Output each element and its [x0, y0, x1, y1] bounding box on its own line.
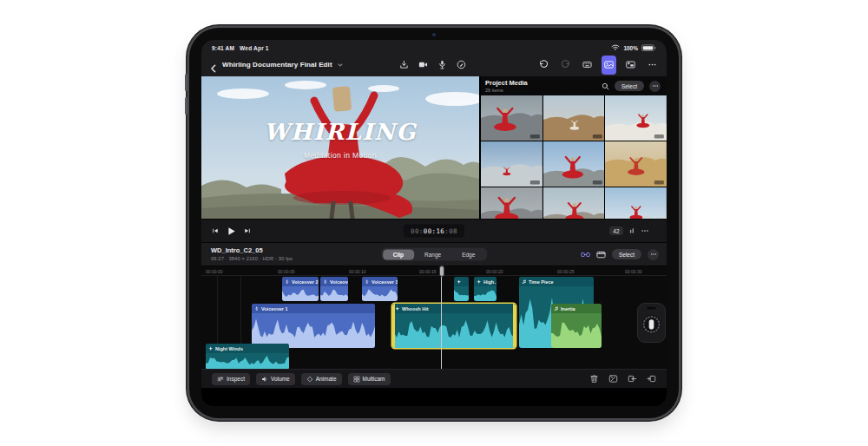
play-button[interactable]	[227, 226, 236, 236]
ruler-tick: 00:00:25	[557, 269, 574, 274]
overwrite-icon[interactable]	[628, 374, 637, 384]
trash-icon[interactable]	[589, 374, 599, 384]
clip-metadata: 06:27 · 3840 × 2160 · HDR · 30 fps	[211, 256, 293, 261]
multicam-button[interactable]: Multicam	[348, 373, 391, 385]
blade-icon[interactable]	[608, 374, 618, 384]
zoom-level-badge[interactable]: 42	[609, 226, 623, 235]
media-thumbnail[interactable]	[481, 141, 542, 187]
timecode-display: 00:00:16:08	[404, 225, 464, 238]
tool-button-label: Volume	[271, 376, 290, 382]
timeline-clip[interactable]: Night Winds	[206, 344, 289, 370]
media-thumbnail[interactable]	[543, 187, 605, 219]
mic-icon	[254, 306, 260, 312]
media-select-button[interactable]: Select	[615, 81, 644, 91]
timeline-header: WD_Intro_C2_05 06:27 · 3840 × 2160 · HDR…	[201, 242, 667, 266]
camera-icon[interactable]	[418, 60, 428, 69]
top-chrome: 9:41 AM Wed Apr 1 100% Whirling Document…	[201, 40, 667, 76]
app-toolbar: Whirling Documentary Final Edit	[201, 53, 667, 76]
fx-icon	[208, 346, 214, 351]
note-icon	[554, 306, 559, 312]
undo-icon	[539, 60, 549, 69]
more-button[interactable]	[645, 56, 660, 75]
append-icon[interactable]	[647, 374, 656, 384]
keyboard-button[interactable]	[580, 56, 595, 75]
status-bar: 9:41 AM Wed Apr 1 100%	[201, 40, 667, 53]
media-more-button[interactable]	[649, 81, 661, 92]
media-thumbnail[interactable]	[481, 187, 542, 219]
timeline[interactable]: 00:00:0000:00:0500:00:1000:00:1500:00:20…	[201, 266, 667, 369]
video-title-overlay: WHIRLING	[201, 119, 479, 145]
project-title[interactable]: Whirling Documentary Final Edit	[222, 61, 332, 69]
more-icon	[650, 251, 657, 258]
skip-to-start-button[interactable]	[212, 227, 219, 234]
media-panel-title: Project Media	[485, 79, 528, 87]
inspect-button[interactable]: Inspect	[212, 373, 250, 385]
viewer-more-button[interactable]	[641, 226, 649, 235]
microphone-icon[interactable]	[437, 60, 447, 69]
media-thumbnail[interactable]	[605, 187, 667, 219]
timeline-clip[interactable]: Voiceover 2	[282, 277, 319, 301]
mode-clip[interactable]: Clip	[383, 249, 414, 259]
clapperboard-icon[interactable]	[596, 250, 606, 259]
mic-icon	[285, 279, 290, 285]
timeline-more-button[interactable]	[648, 249, 659, 260]
redo-icon	[561, 60, 570, 69]
timeline-clip[interactable]: Whoosh Hit	[392, 304, 516, 348]
media-grid	[481, 95, 667, 219]
picture-in-picture-button[interactable]	[623, 56, 638, 75]
timeline-clip[interactable]: High…	[474, 277, 496, 301]
battery-percent: 100%	[623, 45, 638, 51]
ruler-tick: 00:00:20	[486, 269, 503, 274]
ellipsis-icon	[652, 82, 659, 89]
media-panel-header: Project Media 26 items Select	[481, 76, 667, 95]
ruler-tick: 00:00:15	[419, 269, 436, 274]
timeline-clip[interactable]: Voiceover 1	[252, 304, 375, 348]
fx-icon	[477, 279, 482, 285]
pencil-icon[interactable]	[457, 60, 466, 69]
media-thumbnail[interactable]	[605, 95, 667, 141]
clip-name: Voiceover 1	[261, 306, 287, 312]
back-icon[interactable]	[209, 61, 218, 69]
mic-icon	[323, 279, 328, 285]
import-icon[interactable]	[399, 60, 409, 69]
tools-icon[interactable]	[581, 250, 590, 259]
fx-icon	[395, 306, 400, 312]
search-icon[interactable]	[602, 82, 609, 90]
mode-range[interactable]: Range	[414, 249, 451, 259]
timeline-clip[interactable]	[454, 277, 469, 301]
clip-name: Inertia	[561, 306, 575, 312]
chevron-down-icon[interactable]	[337, 62, 344, 69]
mic-icon	[365, 279, 370, 285]
media-browser-icon	[604, 60, 614, 69]
media-panel: Project Media 26 items Select	[481, 76, 667, 219]
audio-meters-icon[interactable]	[628, 227, 635, 234]
playhead[interactable]	[441, 267, 442, 369]
timeline-clip[interactable]: Voiceover 3	[362, 277, 398, 301]
screen: 9:41 AM Wed Apr 1 100% Whirling Document…	[201, 40, 667, 406]
media-browser-button[interactable]	[602, 56, 616, 75]
clip-name: High…	[483, 279, 496, 285]
media-thumbnail[interactable]	[543, 141, 605, 187]
timeline-clip[interactable]: Inertia	[551, 304, 602, 348]
transport-bar: 00:00:16:08 42	[201, 219, 667, 242]
clip-name: Time Piece	[529, 279, 554, 285]
volume-button[interactable]: Volume	[256, 373, 295, 385]
timeline-tracks[interactable]: Voiceover 2Voiceover 3Voiceover 3High…Ti…	[201, 276, 667, 369]
media-thumbnail[interactable]	[605, 141, 667, 187]
undo-button[interactable]	[536, 56, 551, 75]
more-icon	[648, 60, 657, 69]
playhead-handle[interactable]	[439, 266, 444, 277]
redo-button[interactable]	[558, 56, 573, 75]
front-camera	[432, 33, 436, 36]
skip-to-end-button[interactable]	[244, 227, 251, 234]
timeline-ruler[interactable]: 00:00:0000:00:0500:00:1000:00:1500:00:20…	[201, 266, 667, 276]
jog-wheel[interactable]	[637, 303, 666, 343]
timeline-clip[interactable]: Voiceover 3	[320, 277, 348, 301]
media-thumbnail[interactable]	[543, 95, 605, 141]
animate-button[interactable]: Animate	[301, 373, 342, 385]
media-thumbnail[interactable]	[481, 95, 542, 141]
tool-button-label: Multicam	[363, 376, 385, 382]
timeline-select-button[interactable]: Select	[612, 249, 641, 259]
edit-action-icons	[589, 374, 656, 384]
mode-edge[interactable]: Edge	[451, 249, 485, 259]
